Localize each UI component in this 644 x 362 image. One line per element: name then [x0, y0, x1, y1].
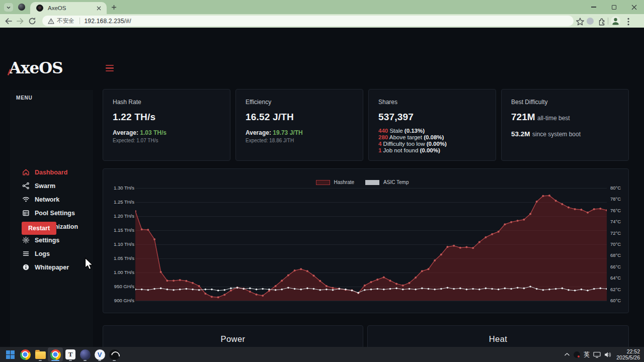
new-tab-button[interactable] — [110, 3, 118, 12]
network-tray-icon[interactable] — [593, 351, 601, 358]
sidebar-item-swarm[interactable]: Swarm — [10, 179, 93, 193]
axis-tick-label: 900 GH/s — [112, 298, 134, 303]
restart-button[interactable]: Restart — [22, 222, 56, 235]
efficiency-expected: Expected: 18.86 J/TH — [246, 138, 353, 143]
shares-breakdown-row: 1 Job not found (0.00%) — [378, 147, 486, 154]
sidebar-item-label: Logs — [35, 250, 50, 257]
shares-card: Shares 537,397 440 Stale (0.13%) 280 Abo… — [368, 89, 496, 161]
all-time-best-row: 721M all-time best — [511, 112, 619, 123]
reload-button[interactable] — [28, 17, 37, 26]
chart-legend: Hashrate ASIC Temp — [103, 179, 628, 185]
axis-tick-label: 1.00 TH/s — [112, 270, 134, 275]
info-circle-icon — [22, 263, 30, 271]
shares-breakdown-row: 440 Stale (0.13%) — [378, 128, 486, 134]
tab-favicon — [36, 5, 43, 12]
taskbar-v-app[interactable]: V — [92, 347, 107, 361]
asic-temp-legend-label: ASIC Temp — [383, 179, 409, 185]
hamburger-menu-icon[interactable] — [106, 65, 114, 71]
toolbar-divider — [608, 18, 608, 25]
minimize-button[interactable] — [584, 0, 604, 14]
obs-icon — [109, 349, 120, 360]
tray-obs-icon[interactable] — [574, 351, 580, 358]
person-icon — [611, 16, 620, 26]
sidebar-item-pool-settings[interactable]: Pool Settings — [10, 206, 93, 220]
sidebar-item-label: Network — [35, 196, 59, 203]
speaker-icon — [604, 351, 611, 358]
folder-icon — [35, 351, 46, 359]
axis-tick-label: 1.05 TH/s — [112, 256, 134, 261]
url-text: 192.168.2.235/#/ — [85, 18, 131, 25]
sidebar-item-label: Swarm — [35, 183, 55, 190]
axis-tick-label: 60°C — [610, 298, 621, 303]
efficiency-value: 16.52 J/TH — [246, 112, 353, 123]
sidebar-item-whitepaper[interactable]: Whitepaper — [10, 260, 93, 274]
close-button[interactable] — [624, 0, 644, 14]
hash-rate-card: Hash Rate 1.22 TH/s Average: 1.03 TH/s E… — [103, 89, 230, 161]
taskbar-chrome[interactable] — [18, 347, 33, 361]
taskbar-chrome-active[interactable] — [48, 347, 63, 361]
axis-tick-label: 78°C — [610, 197, 621, 202]
table-list-icon — [22, 209, 30, 217]
sidebar-item-label: Dashboard — [35, 169, 67, 176]
extension-icon[interactable] — [587, 18, 594, 25]
sidebar-item-dashboard[interactable]: Dashboard — [10, 165, 93, 179]
axeos-logo: AxeOS — [9, 59, 63, 77]
circle-app-icon — [80, 349, 91, 360]
profile-avatar[interactable] — [611, 16, 620, 26]
typora-icon: T — [65, 349, 75, 359]
chevron-down-icon — [6, 5, 11, 10]
sidebar-item-settings[interactable]: Settings — [10, 233, 93, 247]
browser-menu-button[interactable] — [624, 17, 633, 26]
pinned-tab-favicon[interactable] — [18, 4, 25, 11]
taskbar-file-explorer[interactable] — [33, 347, 48, 361]
ime-indicator[interactable]: 英 — [584, 350, 590, 359]
axis-tick-label: 72°C — [610, 231, 621, 236]
maximize-button[interactable] — [604, 0, 624, 14]
running-indicator — [84, 360, 87, 361]
sidebar-item-logs[interactable]: Logs — [10, 247, 93, 260]
taskbar-clock[interactable]: 22:52 2025/5/26 — [616, 348, 640, 360]
extensions-puzzle-button[interactable] — [597, 17, 606, 26]
back-button[interactable] — [4, 17, 13, 26]
list-lines-icon — [22, 250, 30, 257]
tab-search-button[interactable] — [4, 3, 13, 12]
axis-tick-label: 1.30 TH/s — [112, 186, 134, 191]
volume-tray-icon[interactable] — [604, 351, 611, 358]
tab-close-button[interactable] — [95, 4, 103, 12]
axis-tick-label: 64°C — [610, 276, 621, 281]
minimize-icon — [591, 7, 596, 8]
axis-tick-label: 1.10 TH/s — [112, 242, 134, 247]
running-indicator — [69, 360, 72, 361]
browser-tab-axeos[interactable]: AxeOS — [30, 2, 107, 14]
best-difficulty-card: Best Difficulty 721M all-time best 53.2M… — [501, 89, 629, 161]
menu-section-label: MENU — [16, 95, 33, 101]
asic-temp-legend-swatch — [365, 180, 379, 185]
taskbar-obs[interactable] — [107, 347, 122, 361]
running-indicator — [39, 360, 42, 361]
start-button[interactable] — [3, 347, 18, 361]
sidebar-item-network[interactable]: Network — [10, 193, 93, 206]
tray-expand-button[interactable] — [564, 352, 570, 356]
taskbar-app-circle[interactable] — [77, 347, 93, 361]
home-icon — [22, 168, 30, 176]
axis-tick-label: 950 GH/s — [112, 284, 134, 289]
maximize-icon — [612, 5, 616, 10]
security-label: 不安全 — [57, 17, 74, 25]
hashrate-legend-swatch — [316, 180, 330, 185]
shares-breakdown-list: 440 Stale (0.13%) 280 Above target (0.08… — [378, 128, 486, 154]
axis-tick-label: 62°C — [610, 287, 621, 292]
axis-tick-label: 76°C — [610, 208, 621, 213]
efficiency-card: Efficiency 16.52 J/TH Average: 19.73 J/T… — [235, 89, 363, 161]
site-security-chip[interactable]: 不安全 — [48, 17, 74, 25]
forward-button[interactable] — [16, 17, 25, 26]
window-controls — [584, 0, 644, 14]
taskbar-typora[interactable]: T — [63, 347, 78, 361]
efficiency-average: Average: 19.73 J/TH — [246, 129, 353, 136]
ethernet-monitor-icon — [593, 351, 601, 358]
plus-icon — [111, 5, 117, 10]
power-card-title: Power — [103, 334, 363, 344]
sidebar-item-label: Pool Settings — [35, 210, 75, 217]
address-bar[interactable]: 不安全 192.168.2.235/#/ — [42, 16, 574, 26]
browser-titlebar: AxeOS — [0, 0, 644, 14]
bookmark-star-button[interactable] — [576, 17, 585, 26]
